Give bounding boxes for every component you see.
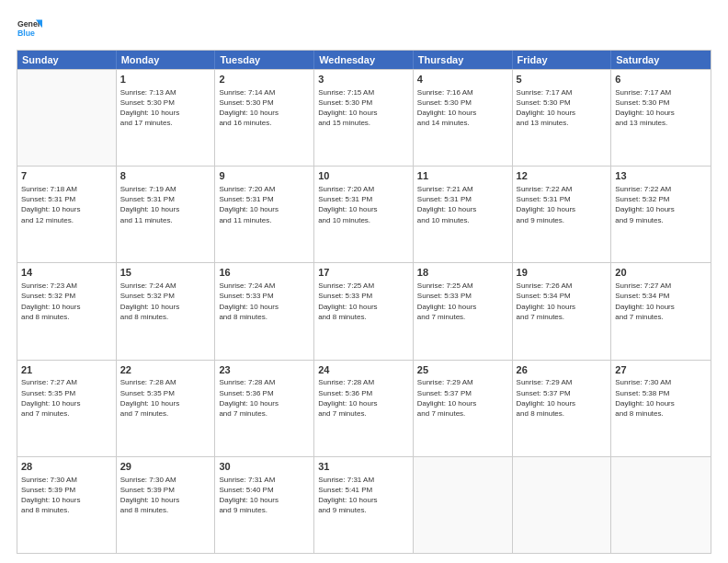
calendar-body: 1Sunrise: 7:13 AMSunset: 5:30 PMDaylight… (17, 69, 711, 553)
day-number: 1 (120, 73, 211, 86)
calendar-row-0: 1Sunrise: 7:13 AMSunset: 5:30 PMDaylight… (17, 69, 711, 166)
day-info: Sunrise: 7:15 AMSunset: 5:30 PMDaylight:… (318, 87, 409, 129)
calendar: SundayMondayTuesdayWednesdayThursdayFrid… (17, 50, 711, 554)
day-info: Sunrise: 7:17 AMSunset: 5:30 PMDaylight:… (517, 87, 608, 129)
day-cell-23: 23Sunrise: 7:28 AMSunset: 5:36 PMDayligh… (215, 361, 314, 456)
day-info: Sunrise: 7:30 AMSunset: 5:38 PMDaylight:… (615, 377, 707, 419)
day-number: 6 (615, 73, 707, 86)
day-info: Sunrise: 7:27 AMSunset: 5:35 PMDaylight:… (21, 377, 112, 419)
day-number: 3 (318, 73, 409, 86)
day-cell-5: 5Sunrise: 7:17 AMSunset: 5:30 PMDaylight… (513, 70, 612, 166)
day-cell-21: 21Sunrise: 7:27 AMSunset: 5:35 PMDayligh… (17, 361, 117, 456)
day-cell-2: 2Sunrise: 7:14 AMSunset: 5:30 PMDaylight… (215, 70, 314, 166)
day-info: Sunrise: 7:28 AMSunset: 5:36 PMDaylight:… (318, 377, 409, 419)
day-info: Sunrise: 7:25 AMSunset: 5:33 PMDaylight:… (318, 281, 409, 322)
empty-cell (611, 457, 711, 553)
day-number: 2 (219, 73, 310, 86)
day-cell-6: 6Sunrise: 7:17 AMSunset: 5:30 PMDaylight… (611, 70, 711, 166)
day-info: Sunrise: 7:21 AMSunset: 5:31 PMDaylight:… (417, 184, 508, 225)
day-info: Sunrise: 7:20 AMSunset: 5:31 PMDaylight:… (318, 184, 409, 225)
day-info: Sunrise: 7:16 AMSunset: 5:30 PMDaylight:… (417, 87, 508, 129)
day-info: Sunrise: 7:30 AMSunset: 5:39 PMDaylight:… (21, 475, 112, 516)
day-info: Sunrise: 7:13 AMSunset: 5:30 PMDaylight:… (120, 87, 211, 129)
day-number: 26 (517, 363, 608, 377)
day-number: 19 (517, 266, 608, 280)
logo-icon: General Blue (17, 17, 42, 42)
day-cell-8: 8Sunrise: 7:19 AMSunset: 5:31 PMDaylight… (117, 167, 216, 262)
day-cell-13: 13Sunrise: 7:22 AMSunset: 5:32 PMDayligh… (611, 167, 711, 262)
day-info: Sunrise: 7:22 AMSunset: 5:32 PMDaylight:… (615, 184, 707, 225)
day-info: Sunrise: 7:20 AMSunset: 5:31 PMDaylight:… (219, 184, 310, 225)
day-info: Sunrise: 7:22 AMSunset: 5:31 PMDaylight:… (517, 184, 608, 225)
day-cell-26: 26Sunrise: 7:29 AMSunset: 5:37 PMDayligh… (513, 361, 612, 456)
day-cell-20: 20Sunrise: 7:27 AMSunset: 5:34 PMDayligh… (611, 263, 711, 359)
day-cell-1: 1Sunrise: 7:13 AMSunset: 5:30 PMDaylight… (117, 70, 216, 166)
calendar-row-1: 7Sunrise: 7:18 AMSunset: 5:31 PMDaylight… (17, 166, 711, 262)
day-number: 17 (318, 266, 409, 280)
day-info: Sunrise: 7:28 AMSunset: 5:36 PMDaylight:… (219, 377, 310, 419)
day-info: Sunrise: 7:26 AMSunset: 5:34 PMDaylight:… (517, 281, 608, 322)
day-cell-3: 3Sunrise: 7:15 AMSunset: 5:30 PMDaylight… (314, 70, 414, 166)
day-number: 4 (417, 73, 508, 86)
day-number: 11 (417, 169, 508, 183)
day-cell-4: 4Sunrise: 7:16 AMSunset: 5:30 PMDaylight… (414, 70, 513, 166)
header-cell-monday: Monday (117, 51, 216, 69)
day-cell-11: 11Sunrise: 7:21 AMSunset: 5:31 PMDayligh… (414, 167, 513, 262)
logo: General Blue (17, 17, 42, 42)
day-cell-28: 28Sunrise: 7:30 AMSunset: 5:39 PMDayligh… (17, 457, 117, 553)
day-number: 12 (517, 169, 608, 183)
day-info: Sunrise: 7:17 AMSunset: 5:30 PMDaylight:… (615, 87, 707, 129)
day-info: Sunrise: 7:29 AMSunset: 5:37 PMDaylight:… (417, 377, 508, 419)
day-info: Sunrise: 7:29 AMSunset: 5:37 PMDaylight:… (517, 377, 608, 419)
day-number: 28 (21, 460, 112, 474)
header-cell-sunday: Sunday (17, 51, 117, 69)
day-number: 29 (120, 460, 211, 474)
day-cell-7: 7Sunrise: 7:18 AMSunset: 5:31 PMDaylight… (17, 167, 117, 262)
day-cell-19: 19Sunrise: 7:26 AMSunset: 5:34 PMDayligh… (513, 263, 612, 359)
day-cell-9: 9Sunrise: 7:20 AMSunset: 5:31 PMDaylight… (215, 167, 314, 262)
day-info: Sunrise: 7:30 AMSunset: 5:39 PMDaylight:… (120, 475, 211, 516)
day-number: 25 (417, 363, 508, 377)
calendar-row-2: 14Sunrise: 7:23 AMSunset: 5:32 PMDayligh… (17, 262, 711, 359)
day-info: Sunrise: 7:23 AMSunset: 5:32 PMDaylight:… (21, 281, 112, 322)
day-cell-12: 12Sunrise: 7:22 AMSunset: 5:31 PMDayligh… (513, 167, 612, 262)
header-cell-wednesday: Wednesday (314, 51, 414, 69)
empty-cell (513, 457, 612, 553)
header-cell-friday: Friday (513, 51, 612, 69)
header-cell-saturday: Saturday (611, 51, 711, 69)
empty-cell (17, 70, 117, 166)
day-info: Sunrise: 7:19 AMSunset: 5:31 PMDaylight:… (120, 184, 211, 225)
day-cell-30: 30Sunrise: 7:31 AMSunset: 5:40 PMDayligh… (215, 457, 314, 553)
calendar-header-row: SundayMondayTuesdayWednesdayThursdayFrid… (17, 51, 711, 69)
day-number: 18 (417, 266, 508, 280)
day-number: 15 (120, 266, 211, 280)
day-cell-31: 31Sunrise: 7:31 AMSunset: 5:41 PMDayligh… (314, 457, 414, 553)
day-cell-14: 14Sunrise: 7:23 AMSunset: 5:32 PMDayligh… (17, 263, 117, 359)
calendar-row-4: 28Sunrise: 7:30 AMSunset: 5:39 PMDayligh… (17, 456, 711, 553)
day-info: Sunrise: 7:27 AMSunset: 5:34 PMDaylight:… (615, 281, 707, 322)
day-cell-29: 29Sunrise: 7:30 AMSunset: 5:39 PMDayligh… (117, 457, 216, 553)
day-number: 7 (21, 169, 112, 183)
day-info: Sunrise: 7:24 AMSunset: 5:33 PMDaylight:… (219, 281, 310, 322)
empty-cell (414, 457, 513, 553)
day-cell-25: 25Sunrise: 7:29 AMSunset: 5:37 PMDayligh… (414, 361, 513, 456)
day-cell-10: 10Sunrise: 7:20 AMSunset: 5:31 PMDayligh… (314, 167, 414, 262)
day-number: 21 (21, 363, 112, 377)
page: General Blue SundayMondayTuesdayWednesda… (0, 0, 728, 563)
day-info: Sunrise: 7:31 AMSunset: 5:41 PMDaylight:… (318, 475, 409, 516)
header: General Blue (17, 17, 711, 42)
day-info: Sunrise: 7:25 AMSunset: 5:33 PMDaylight:… (417, 281, 508, 322)
day-number: 22 (120, 363, 211, 377)
day-number: 9 (219, 169, 310, 183)
calendar-row-3: 21Sunrise: 7:27 AMSunset: 5:35 PMDayligh… (17, 360, 711, 456)
day-cell-24: 24Sunrise: 7:28 AMSunset: 5:36 PMDayligh… (314, 361, 414, 456)
day-number: 24 (318, 363, 409, 377)
day-number: 20 (615, 266, 707, 280)
day-number: 27 (615, 363, 707, 377)
day-number: 16 (219, 266, 310, 280)
day-info: Sunrise: 7:24 AMSunset: 5:32 PMDaylight:… (120, 281, 211, 322)
day-info: Sunrise: 7:31 AMSunset: 5:40 PMDaylight:… (219, 475, 310, 516)
day-cell-15: 15Sunrise: 7:24 AMSunset: 5:32 PMDayligh… (117, 263, 216, 359)
day-cell-16: 16Sunrise: 7:24 AMSunset: 5:33 PMDayligh… (215, 263, 314, 359)
day-number: 14 (21, 266, 112, 280)
